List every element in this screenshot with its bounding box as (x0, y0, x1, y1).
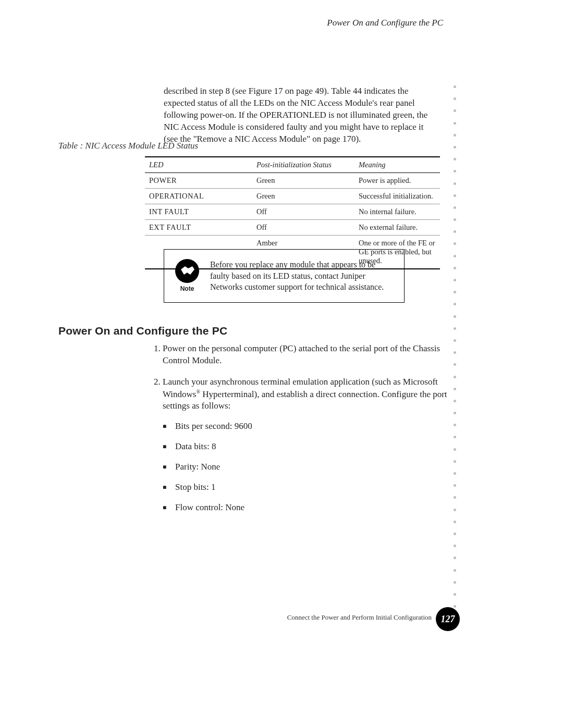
procedure-list: Power on the personal computer (PC) atta… (145, 343, 459, 523)
cell-status: Green (252, 189, 354, 204)
step-2: Launch your asynchronous terminal emulat… (163, 376, 459, 514)
footer-chapter: Connect the Power and Perform Initial Co… (287, 613, 432, 622)
table-row: POWER Green Power is applied. (145, 173, 440, 189)
page-number-badge: 127 (436, 607, 460, 631)
cell-status: Off (252, 204, 354, 220)
note-box: Note Before you replace any module that … (164, 249, 405, 303)
note-icon-wrap: Note (174, 259, 201, 292)
list-item: Bits per second: 9600 (175, 421, 459, 433)
list-item: Flow control: None (175, 502, 459, 514)
registered-icon: ® (196, 389, 200, 394)
cell-meaning: No internal failure. (354, 204, 440, 220)
table-header-row: LED Post-initialization Status Meaning (145, 157, 440, 173)
table-caption: Table : NIC Access Module LED Status (58, 141, 198, 151)
intro-paragraph: described in step 8 (see Figure 17 on pa… (164, 85, 440, 145)
col-meaning: Meaning (354, 157, 440, 173)
list-item: Parity: None (175, 461, 459, 473)
table-row: OPERATIONAL Green Successful initializat… (145, 189, 440, 204)
handshake-icon (175, 259, 199, 283)
footer: Connect the Power and Perform Initial Co… (0, 608, 563, 629)
col-led: LED (145, 157, 252, 173)
cell-led: POWER (145, 173, 252, 189)
step-1: Power on the personal computer (PC) atta… (163, 343, 459, 367)
cell-led: OPERATIONAL (145, 189, 252, 204)
table-row: INT FAULT Off No internal failure. (145, 204, 440, 220)
col-status: Post-initialization Status (252, 157, 354, 173)
table-row: EXT FAULT Off No external failure. (145, 220, 440, 236)
cell-status: Green (252, 173, 354, 189)
cell-meaning: Successful initialization. (354, 189, 440, 204)
port-settings-list: Bits per second: 9600 Data bits: 8 Parit… (163, 421, 459, 514)
step-2-text-b: Hyperterminal), and establish a direct c… (163, 389, 447, 411)
list-item: Stop bits: 1 (175, 482, 459, 493)
page: Power On and Configure the PC described … (0, 0, 563, 728)
cell-led: INT FAULT (145, 204, 252, 220)
cell-status: Off (252, 220, 354, 236)
running-head: Power On and Configure the PC (327, 18, 443, 28)
cell-led: EXT FAULT (145, 220, 252, 236)
note-label: Note (174, 285, 201, 292)
note-text: Before you replace any module that appea… (210, 259, 393, 293)
list-item: Data bits: 8 (175, 441, 459, 453)
margin-dots (454, 85, 456, 608)
cell-meaning: No external failure. (354, 220, 440, 236)
cell-meaning: Power is applied. (354, 173, 440, 189)
section-heading: Power On and Configure the PC (58, 325, 227, 337)
